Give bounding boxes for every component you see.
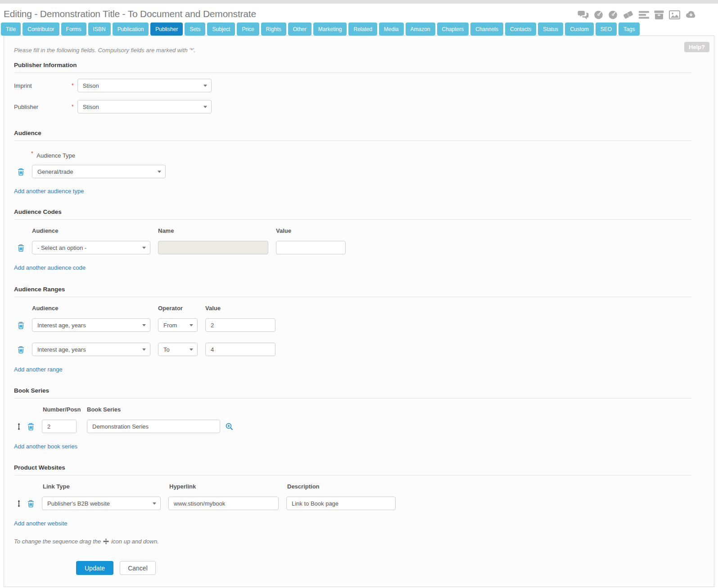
audience-code-name-field xyxy=(158,241,268,254)
product-websites-header-hyperlink: Hyperlink xyxy=(169,483,287,490)
tab-subject[interactable]: Subject xyxy=(207,23,235,36)
delete-book-series-button[interactable] xyxy=(27,423,34,430)
section-title-publisher-information: Publisher Information xyxy=(14,62,691,73)
tab-media[interactable]: Media xyxy=(379,23,404,36)
audience-range-value-field[interactable] xyxy=(205,318,275,332)
audience-codes-header-audience: Audience xyxy=(32,227,158,234)
delete-audience-code-button[interactable] xyxy=(18,244,24,252)
move-icon xyxy=(103,538,109,544)
list-icon[interactable] xyxy=(639,11,649,19)
website-hyperlink-field[interactable] xyxy=(168,497,279,510)
audience-type-required-marker: * xyxy=(31,150,33,157)
zoom-search-icon xyxy=(226,423,233,430)
trash-icon xyxy=(18,346,24,353)
audience-code-select[interactable]: - Select an option - xyxy=(32,241,150,254)
audience-type-select[interactable]: General/trade xyxy=(32,165,166,178)
tab-sets[interactable]: Sets xyxy=(185,23,205,36)
tab-channels[interactable]: Channels xyxy=(470,23,503,36)
help-button[interactable]: Help? xyxy=(684,42,709,52)
search-book-series-button[interactable] xyxy=(226,423,233,430)
tab-title[interactable]: Title xyxy=(1,23,21,36)
delete-audience-type-button[interactable] xyxy=(18,168,24,176)
dashboard-icon[interactable] xyxy=(594,10,603,19)
compulsory-instruction: Please fill in the following fields. Com… xyxy=(14,47,691,54)
website-link-type-value: Publisher's B2B website xyxy=(47,500,110,507)
tab-rights[interactable]: Rights xyxy=(261,23,286,36)
tab-publisher[interactable]: Publisher xyxy=(150,23,183,36)
book-series-name-field[interactable] xyxy=(87,420,220,433)
comments-icon[interactable] xyxy=(578,11,589,19)
image-icon[interactable] xyxy=(669,10,680,19)
imprint-select-value: Stison xyxy=(83,82,99,89)
page-header: Editing - Demonstration Title - To Docum… xyxy=(0,4,718,22)
tab-contributor[interactable]: Contributor xyxy=(23,23,59,36)
dashboard-icon-2[interactable] xyxy=(608,10,618,19)
cancel-button[interactable]: Cancel xyxy=(120,561,156,575)
tab-amazon[interactable]: Amazon xyxy=(406,23,435,36)
audience-range-audience-select[interactable]: Interest age, years xyxy=(32,318,150,332)
audience-range-operator-select[interactable]: From xyxy=(158,318,198,332)
tab-chapters[interactable]: Chapters xyxy=(437,23,469,36)
audience-type-row: General/trade xyxy=(14,165,691,178)
page-title: Editing - Demonstration Title - To Docum… xyxy=(4,8,256,20)
audience-range-operator-value: From xyxy=(163,322,177,329)
publisher-row: Publisher * Stison xyxy=(14,100,691,113)
audience-range-operator-select[interactable]: To xyxy=(158,343,198,356)
tab-isbn[interactable]: ISBN xyxy=(88,23,111,36)
tab-publication[interactable]: Publication xyxy=(113,23,149,36)
chevron-down-icon xyxy=(142,324,146,326)
tab-forms[interactable]: Forms xyxy=(61,23,86,36)
audience-type-select-value: General/trade xyxy=(37,168,73,175)
drag-handle[interactable] xyxy=(17,500,21,507)
tab-tags[interactable]: Tags xyxy=(619,23,640,36)
website-description-field[interactable] xyxy=(286,497,396,510)
top-strip xyxy=(0,0,718,4)
add-book-series-link[interactable]: Add another book series xyxy=(14,443,77,450)
delete-website-button[interactable] xyxy=(27,500,34,507)
publisher-select[interactable]: Stison xyxy=(77,100,212,113)
audience-range-row: Interest age, years From xyxy=(14,318,691,332)
book-series-header-number: Number/Posn xyxy=(43,406,87,413)
tab-related[interactable]: Related xyxy=(348,23,377,36)
imprint-select[interactable]: Stison xyxy=(77,79,212,92)
book-series-number-field[interactable] xyxy=(42,420,77,433)
website-link-type-select[interactable]: Publisher's B2B website xyxy=(42,497,161,510)
form-panel: Help? Please fill in the following field… xyxy=(4,36,714,587)
trash-icon xyxy=(18,244,24,252)
add-audience-code-link[interactable]: Add another audience code xyxy=(14,264,86,271)
add-audience-type-link[interactable]: Add another audience type xyxy=(14,188,84,194)
delete-audience-range-button[interactable] xyxy=(18,346,24,353)
add-range-link[interactable]: Add another range xyxy=(14,366,63,373)
audience-range-operator-value: To xyxy=(163,346,170,353)
add-website-link[interactable]: Add another website xyxy=(14,520,68,527)
chevron-down-icon xyxy=(142,348,146,351)
tab-custom[interactable]: Custom xyxy=(565,23,593,36)
tab-status[interactable]: Status xyxy=(538,23,563,36)
tab-bar: Title Contributor Forms ISBN Publication… xyxy=(0,22,718,36)
audience-code-select-value: - Select an option - xyxy=(37,244,86,251)
chevron-down-icon xyxy=(142,247,146,249)
audience-range-audience-value: Interest age, years xyxy=(37,346,86,353)
audience-ranges-header-operator: Operator xyxy=(158,305,205,312)
ticket-icon[interactable] xyxy=(623,10,634,20)
tab-contacts[interactable]: Contacts xyxy=(505,23,536,36)
book-series-header-series: Book Series xyxy=(87,406,121,413)
audience-type-label-row: * Audience Type xyxy=(31,151,691,159)
tab-price[interactable]: Price xyxy=(237,23,259,36)
archive-icon[interactable] xyxy=(654,10,664,19)
audience-codes-header-value: Value xyxy=(276,227,291,234)
tab-seo[interactable]: SEO xyxy=(596,23,617,36)
audience-range-value-field[interactable] xyxy=(205,343,275,356)
cloud-download-icon[interactable] xyxy=(685,11,696,19)
audience-ranges-header-value: Value xyxy=(205,305,221,312)
tab-marketing[interactable]: Marketing xyxy=(313,23,347,36)
delete-audience-range-button[interactable] xyxy=(18,321,24,329)
product-websites-header-link-type: Link Type xyxy=(43,483,169,490)
tab-other[interactable]: Other xyxy=(288,23,312,36)
audience-codes-row: - Select an option - xyxy=(14,241,691,254)
audience-code-value-field[interactable] xyxy=(276,241,346,254)
update-button[interactable]: Update xyxy=(76,561,113,575)
book-series-headers: Number/Posn Book Series xyxy=(14,406,691,413)
drag-handle[interactable] xyxy=(17,423,21,430)
audience-range-audience-select[interactable]: Interest age, years xyxy=(32,343,150,356)
